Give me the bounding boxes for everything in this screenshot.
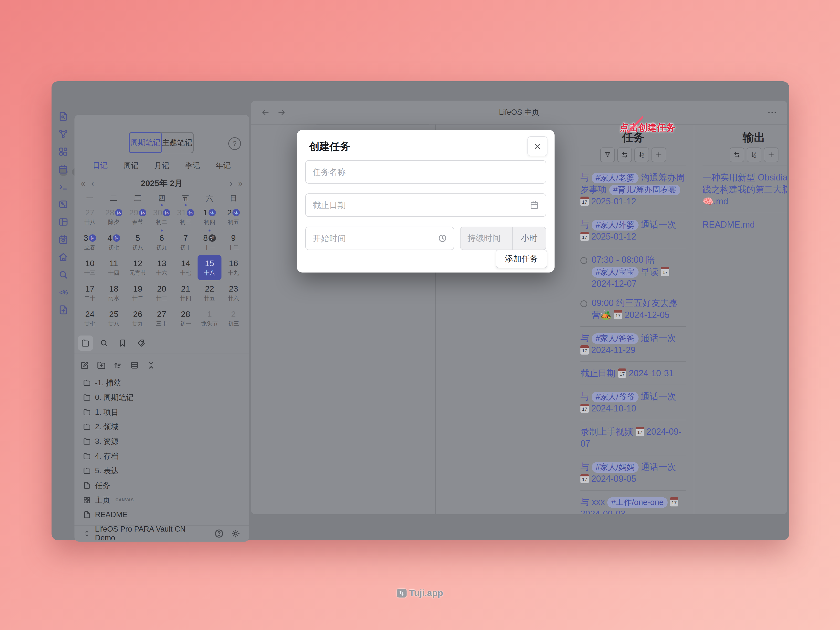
prev-month-button[interactable]: ‹ bbox=[88, 179, 97, 188]
tag-pill[interactable]: #育儿/筹办周岁宴 bbox=[609, 185, 680, 195]
task-item[interactable]: 与 xxx #工作/one-one 17 2024-09-03 bbox=[580, 491, 686, 514]
segment-periodic-notes[interactable]: 周期笔记 bbox=[129, 133, 162, 153]
help-button[interactable] bbox=[214, 529, 224, 539]
submit-task-button[interactable]: 添加任务 bbox=[496, 249, 547, 268]
calendar-day-16[interactable]: 16十九 bbox=[221, 255, 245, 280]
due-date-input[interactable] bbox=[305, 193, 546, 217]
calendar-day-2[interactable]: 2休初五 bbox=[221, 204, 245, 229]
modal-close-button[interactable] bbox=[527, 136, 548, 156]
calendar-day-21[interactable]: 21廿四 bbox=[174, 280, 197, 306]
calendar-day-3[interactable]: 3休立春 bbox=[78, 229, 102, 255]
period-tab-3[interactable]: 季记 bbox=[185, 160, 200, 171]
bookmarks-view-button[interactable] bbox=[115, 336, 130, 351]
calendar-day-31[interactable]: 31休初三 bbox=[174, 204, 197, 229]
task-item[interactable]: 截止日期 17 2024-10-31 bbox=[580, 362, 686, 385]
duration-input[interactable]: 持续时间 bbox=[461, 227, 513, 249]
task-item[interactable]: 与 #家人/爸爸 通话一次 17 2024-11-29 bbox=[580, 327, 686, 362]
calendar-day-25[interactable]: 25廿八 bbox=[102, 306, 126, 331]
calendar-day-14[interactable]: 14十七 bbox=[174, 255, 197, 280]
tag-pill[interactable]: #家人/外婆 bbox=[592, 220, 639, 231]
period-tab-4[interactable]: 年记 bbox=[216, 160, 231, 171]
ribbon-file-search-icon[interactable] bbox=[56, 108, 71, 125]
file-link[interactable]: README.md bbox=[703, 219, 755, 229]
calendar-day-27[interactable]: 27廿八 bbox=[78, 204, 102, 229]
task-item[interactable]: 录制上手视频 17 2024-09-07 bbox=[580, 420, 686, 455]
calendar-day-22[interactable]: 22廿五 bbox=[197, 280, 221, 306]
calendar-day-19[interactable]: 19廿二 bbox=[126, 280, 150, 306]
file-item-README[interactable]: README bbox=[74, 507, 249, 522]
folder-item-3. 资源[interactable]: 3. 资源 bbox=[74, 434, 249, 449]
ribbon-calendar-heart-icon[interactable] bbox=[56, 231, 71, 248]
next-year-button[interactable]: » bbox=[235, 179, 246, 188]
task-item[interactable]: 与 #家人/老婆 沟通筹办周岁事项 #育儿/筹办周岁宴 17 2025-01-1… bbox=[580, 166, 686, 213]
calendar-day-29[interactable]: 29休春节 bbox=[126, 204, 150, 229]
calendar-day-28[interactable]: 28初一 bbox=[174, 306, 197, 331]
calendar-day-9[interactable]: 9十二 bbox=[221, 229, 245, 255]
folder-item-5. 表达[interactable]: 5. 表达 bbox=[74, 463, 249, 478]
ribbon-layout-grid-icon[interactable] bbox=[56, 143, 71, 160]
calendar-day-30[interactable]: 30休初二 bbox=[150, 204, 174, 229]
sort-order-button[interactable] bbox=[113, 360, 123, 370]
ribbon-graph-icon[interactable] bbox=[56, 125, 71, 143]
calendar-day-1[interactable]: 1休初四 bbox=[197, 204, 221, 229]
folder-item--1. 捕获[interactable]: -1. 捕获 bbox=[74, 376, 249, 390]
sort-az-button[interactable]: AZ bbox=[747, 147, 761, 162]
calendar-day-24[interactable]: 24廿七 bbox=[78, 306, 102, 331]
ribbon-home-icon[interactable] bbox=[56, 248, 71, 266]
ribbon-templater-icon[interactable]: <% bbox=[56, 284, 71, 301]
prev-year-button[interactable]: « bbox=[78, 179, 88, 188]
ribbon-file-plus-icon[interactable] bbox=[56, 301, 71, 319]
filter-button[interactable] bbox=[600, 147, 615, 162]
task-item[interactable]: 与 #家人/妈妈 通话一次 17 2024-09-05 bbox=[580, 455, 686, 491]
task-item[interactable]: 与 #家人/外婆 通话一次 17 2025-01-12 bbox=[580, 213, 686, 248]
swap-button[interactable] bbox=[617, 147, 632, 162]
files-view-button[interactable] bbox=[78, 336, 93, 351]
tag-pill[interactable]: #工作/one-one bbox=[607, 497, 668, 508]
swap-button[interactable] bbox=[729, 147, 744, 162]
period-tab-1[interactable]: 周记 bbox=[123, 160, 139, 171]
period-tab-0[interactable]: 日记 bbox=[93, 160, 108, 171]
task-item[interactable]: 与 #家人/爷爷 通话一次 17 2024-10-10 bbox=[580, 385, 686, 420]
tags-view-button[interactable] bbox=[134, 336, 149, 351]
calendar-day-26[interactable]: 26廿九 bbox=[126, 306, 150, 331]
help-icon[interactable]: ? bbox=[228, 137, 241, 150]
task-item[interactable]: 07:30 - 08:00 陪 #家人/宝宝 早读 17 2024-12-070… bbox=[580, 248, 686, 327]
ribbon-calendar-icon[interactable] bbox=[56, 160, 71, 178]
calendar-day-10[interactable]: 10十三 bbox=[78, 255, 102, 280]
folder-item-1. 项目[interactable]: 1. 项目 bbox=[74, 405, 249, 420]
more-options-button[interactable] bbox=[767, 107, 777, 118]
search-view-button[interactable] bbox=[96, 336, 112, 351]
add-output-button[interactable] bbox=[764, 147, 778, 162]
calendar-day-27[interactable]: 27三十 bbox=[150, 306, 174, 331]
start-time-input[interactable] bbox=[305, 227, 454, 250]
sort-az-button[interactable]: AZ bbox=[635, 147, 649, 162]
tag-pill[interactable]: #家人/老婆 bbox=[592, 173, 639, 183]
calendar-day-13[interactable]: 13十六 bbox=[150, 255, 174, 280]
period-tab-2[interactable]: 月记 bbox=[154, 160, 169, 171]
calendar-day-7[interactable]: 7初十 bbox=[174, 229, 197, 255]
tag-pill[interactable]: #家人/妈妈 bbox=[592, 462, 639, 473]
collapse-all-button[interactable] bbox=[146, 360, 156, 370]
settings-button[interactable] bbox=[231, 529, 241, 539]
calendar-day-28[interactable]: 28休除夕 bbox=[102, 204, 126, 229]
new-note-button[interactable] bbox=[80, 360, 90, 370]
calendar-day-17[interactable]: 17二十 bbox=[78, 280, 102, 306]
calendar-day-5[interactable]: 5初八 bbox=[126, 229, 150, 255]
file-link[interactable]: 一种实用新型 Obsidian 实践之构建我的第二大脑 🧠.md bbox=[703, 172, 787, 206]
file-item-主页[interactable]: 主页CANVAS bbox=[74, 493, 249, 507]
vault-switcher[interactable]: LifeOS Pro PARA Vault CN Demo bbox=[74, 526, 249, 542]
new-folder-button[interactable] bbox=[96, 360, 106, 370]
tag-pill[interactable]: #家人/爷爷 bbox=[592, 392, 639, 403]
tag-pill[interactable]: #家人/爸爸 bbox=[592, 333, 639, 344]
file-item-任务[interactable]: 任务 bbox=[74, 478, 249, 493]
task-name-input[interactable] bbox=[305, 160, 546, 184]
task-checkbox[interactable] bbox=[580, 300, 587, 307]
tag-pill[interactable]: #家人/宝宝 bbox=[592, 267, 639, 278]
segment-topic-notes[interactable]: 主题笔记 bbox=[162, 133, 193, 153]
calendar-day-15[interactable]: 15十八 bbox=[197, 255, 221, 280]
ribbon-terminal-icon[interactable] bbox=[56, 178, 71, 196]
next-month-button[interactable]: › bbox=[227, 179, 235, 188]
calendar-day-8[interactable]: 8班十一 bbox=[197, 229, 221, 255]
ribbon-dice-icon[interactable] bbox=[56, 196, 71, 213]
add-task-button[interactable] bbox=[652, 147, 666, 162]
